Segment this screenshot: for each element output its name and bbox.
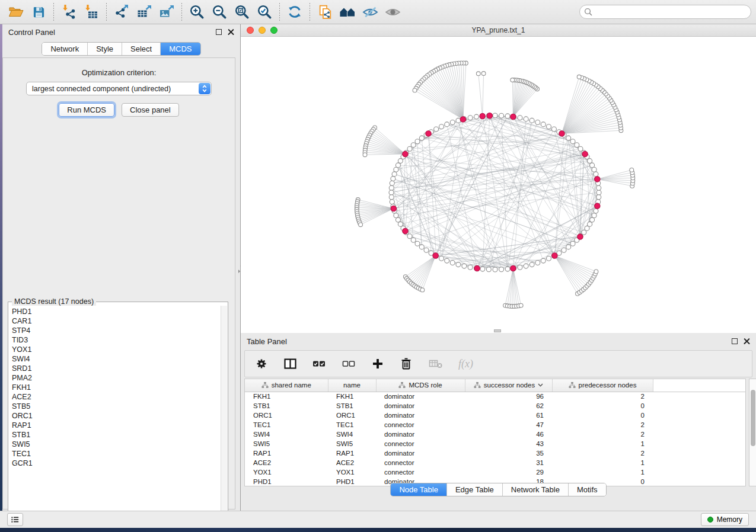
close-panel-icon[interactable] xyxy=(228,29,234,36)
graph-node[interactable] xyxy=(456,118,461,123)
clone-network-button[interactable] xyxy=(314,2,336,22)
mcds-result-item[interactable]: PMA2 xyxy=(12,373,219,383)
graph-node[interactable] xyxy=(529,262,534,267)
graph-hub-node[interactable] xyxy=(578,234,583,239)
graph-node[interactable] xyxy=(445,258,449,263)
graph-node[interactable] xyxy=(493,113,497,118)
graph-node[interactable] xyxy=(505,114,510,118)
graph-node[interactable] xyxy=(394,167,398,172)
graph-node[interactable] xyxy=(594,270,598,274)
mcds-result-item[interactable]: ORC1 xyxy=(12,411,219,421)
graph-node[interactable] xyxy=(411,238,416,242)
graph-node[interactable] xyxy=(588,159,592,164)
graph-node[interactable] xyxy=(575,143,579,148)
table-cell[interactable]: 96 xyxy=(465,392,552,401)
table-row[interactable]: SWI4SWI4dominator462 xyxy=(245,430,746,439)
table-cell[interactable]: 1 xyxy=(552,467,653,477)
export-network-button[interactable] xyxy=(110,2,133,22)
graph-node[interactable] xyxy=(439,124,444,129)
graph-node[interactable] xyxy=(439,256,444,261)
graph-node[interactable] xyxy=(570,139,575,144)
table-cell[interactable]: 46 xyxy=(465,430,552,439)
scrollbar-thumb[interactable] xyxy=(751,390,755,446)
criterion-dropdown[interactable]: largest connected component (undirected) xyxy=(26,82,212,95)
export-table-button[interactable] xyxy=(133,2,155,22)
graph-node[interactable] xyxy=(630,168,634,172)
mcds-result-item[interactable]: ACE2 xyxy=(12,392,219,402)
table-cell[interactable]: RAP1 xyxy=(245,448,328,458)
table-cell[interactable]: 0 xyxy=(552,411,653,420)
table-cell[interactable]: 29 xyxy=(465,467,552,477)
show-column-button[interactable] xyxy=(283,354,297,374)
mcds-result-item[interactable]: GCR1 xyxy=(12,459,219,468)
table-cell[interactable]: 43 xyxy=(465,439,552,448)
graph-node[interactable] xyxy=(407,146,412,151)
table-cell[interactable]: 35 xyxy=(465,448,552,458)
memory-button[interactable]: Memory xyxy=(701,513,749,526)
graph-node[interactable] xyxy=(535,261,540,265)
table-cell[interactable]: 62 xyxy=(465,401,552,411)
result-scrollbar[interactable] xyxy=(221,306,227,521)
graph-hub-node[interactable] xyxy=(426,131,431,136)
table-cell[interactable]: dominator xyxy=(376,411,465,420)
graph-hub-node[interactable] xyxy=(559,131,564,136)
graph-node[interactable] xyxy=(419,136,424,140)
show-all-button[interactable] xyxy=(381,2,404,22)
refresh-button[interactable] xyxy=(283,2,306,22)
graph-node[interactable] xyxy=(592,167,596,172)
mcds-result-item[interactable]: SWI4 xyxy=(12,354,219,364)
graph-node[interactable] xyxy=(476,72,480,76)
column-header-successor-nodes[interactable]: successor nodes xyxy=(465,379,552,392)
table-cell[interactable]: 1 xyxy=(552,458,653,467)
search-input[interactable] xyxy=(579,5,751,19)
first-neighbors-button[interactable] xyxy=(336,2,359,22)
float-panel-icon[interactable] xyxy=(732,338,738,344)
table-row[interactable]: SWI5SWI5connector431 xyxy=(245,439,746,448)
table-cell[interactable]: 31 xyxy=(465,458,552,467)
graph-node[interactable] xyxy=(592,213,596,218)
tab-style[interactable]: Style xyxy=(87,43,122,55)
mcds-result-item[interactable]: PHD1 xyxy=(12,307,219,316)
table-cell[interactable]: 2 xyxy=(552,392,653,401)
graph-node[interactable] xyxy=(424,248,429,252)
graph-node[interactable] xyxy=(413,88,417,92)
tab-network-table[interactable]: Network Table xyxy=(502,483,568,496)
graph-hub-node[interactable] xyxy=(511,265,516,271)
table-cell[interactable]: YOX1 xyxy=(245,467,328,477)
graph-hub-node[interactable] xyxy=(480,113,485,118)
graph-node[interactable] xyxy=(551,127,556,132)
graph-node[interactable] xyxy=(481,72,486,76)
mcds-result-item[interactable]: TID3 xyxy=(12,335,219,345)
zoom-fit-button[interactable] xyxy=(231,2,253,22)
graph-node[interactable] xyxy=(445,122,449,127)
graph-hub-node[interactable] xyxy=(474,265,480,271)
graph-node[interactable] xyxy=(529,118,534,123)
graph-hub-node[interactable] xyxy=(511,114,516,119)
table-cell[interactable]: YOX1 xyxy=(328,467,376,477)
graph-node[interactable] xyxy=(562,248,566,252)
graph-node[interactable] xyxy=(462,264,467,268)
table-cell[interactable]: 2 xyxy=(552,430,653,439)
graph-node[interactable] xyxy=(596,190,601,195)
table-row[interactable]: STB1STB1dominator620 xyxy=(245,401,746,411)
graph-node[interactable] xyxy=(594,209,598,213)
table-cell[interactable]: FKH1 xyxy=(245,392,328,401)
graph-node[interactable] xyxy=(398,222,403,226)
graph-node[interactable] xyxy=(389,190,394,195)
graph-node[interactable] xyxy=(566,136,571,140)
graph-node[interactable] xyxy=(499,113,504,118)
mcds-result-item[interactable]: YOX1 xyxy=(12,345,219,354)
graph-node[interactable] xyxy=(415,139,420,144)
graph-node[interactable] xyxy=(391,177,395,181)
graph-hub-node[interactable] xyxy=(595,177,600,182)
graph-node[interactable] xyxy=(434,127,439,132)
close-panel-icon[interactable] xyxy=(744,338,750,345)
graph-node[interactable] xyxy=(590,163,595,168)
mcds-result-item[interactable]: STB1 xyxy=(12,430,219,440)
table-cell[interactable]: 47 xyxy=(465,420,552,430)
table-cell[interactable]: dominator xyxy=(376,448,465,458)
import-table-button[interactable] xyxy=(80,2,103,22)
zoom-in-button[interactable] xyxy=(186,2,208,22)
table-cell[interactable]: 1 xyxy=(552,439,653,448)
task-history-button[interactable] xyxy=(7,513,23,526)
